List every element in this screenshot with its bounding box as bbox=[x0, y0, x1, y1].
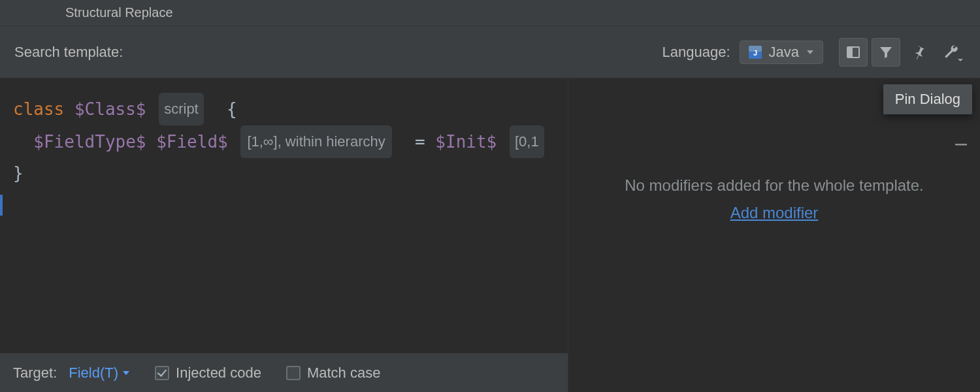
injected-code-checkbox[interactable]: Injected code bbox=[155, 365, 261, 382]
match-case-label: Match case bbox=[307, 365, 381, 382]
target-label: Target: bbox=[13, 365, 57, 382]
left-pane: class $Class$ script { $FieldType$ $Fiel… bbox=[0, 78, 568, 392]
brace-close: } bbox=[13, 163, 24, 183]
tooltip-text: Pin Dialog bbox=[895, 91, 960, 107]
add-modifier-link[interactable]: Add modifier bbox=[730, 204, 819, 222]
search-template-label: Search template: bbox=[14, 44, 123, 61]
filter-button[interactable] bbox=[872, 38, 900, 67]
pill-init-constraints[interactable]: [0,1 bbox=[510, 125, 544, 158]
var-field: $Field$ bbox=[156, 132, 228, 152]
equals: = bbox=[415, 132, 425, 152]
collapse-button[interactable] bbox=[954, 137, 968, 152]
language-value: Java bbox=[769, 44, 799, 61]
chevron-down-icon bbox=[958, 57, 963, 63]
window-title: Structural Replace bbox=[65, 5, 173, 20]
pin-button[interactable] bbox=[904, 38, 933, 67]
target-dropdown[interactable]: Field(T) bbox=[69, 365, 130, 382]
var-class: $Class$ bbox=[74, 99, 146, 119]
chevron-down-icon bbox=[806, 48, 815, 57]
checkbox-icon bbox=[286, 366, 301, 380]
panel-icon bbox=[845, 44, 861, 60]
chevron-down-icon bbox=[122, 369, 130, 377]
language-dropdown[interactable]: J Java bbox=[740, 41, 823, 64]
brace-open: { bbox=[227, 99, 237, 119]
pill-script[interactable]: script bbox=[159, 93, 204, 125]
keyword-class: class bbox=[13, 99, 64, 119]
pill-field-constraints[interactable]: [1,∞], within hierarchy bbox=[240, 125, 391, 158]
titlebar: Structural Replace bbox=[0, 0, 980, 26]
panel-toggle-button[interactable] bbox=[839, 38, 868, 67]
svg-rect-4 bbox=[847, 47, 853, 57]
modifiers-pane: No modifiers added for the whole templat… bbox=[568, 78, 980, 392]
search-template-editor[interactable]: class $Class$ script { $FieldType$ $Fiel… bbox=[0, 78, 568, 353]
settings-button[interactable] bbox=[937, 38, 966, 67]
gutter-selection-indicator bbox=[0, 195, 3, 216]
no-modifiers-message: No modifiers added for the whole templat… bbox=[625, 176, 924, 195]
java-file-icon: J bbox=[748, 45, 762, 59]
svg-rect-5 bbox=[955, 144, 967, 146]
language-label: Language: bbox=[662, 44, 730, 61]
filter-icon bbox=[878, 44, 894, 60]
svg-text:J: J bbox=[753, 49, 757, 57]
var-init: $Init$ bbox=[435, 132, 497, 152]
pin-icon bbox=[910, 44, 927, 61]
var-fieldtype: $FieldType$ bbox=[33, 132, 146, 152]
bottom-bar: Target: Field(T) Injected code Match cas… bbox=[0, 353, 568, 392]
injected-code-label: Injected code bbox=[176, 365, 261, 382]
checkbox-icon bbox=[155, 366, 169, 380]
dialog-body: class $Class$ script { $FieldType$ $Fiel… bbox=[0, 78, 980, 392]
target-value: Field(T) bbox=[69, 365, 118, 382]
pin-tooltip: Pin Dialog bbox=[883, 84, 972, 114]
match-case-checkbox[interactable]: Match case bbox=[286, 365, 381, 382]
toolbar: Search template: Language: J Java bbox=[0, 26, 980, 78]
